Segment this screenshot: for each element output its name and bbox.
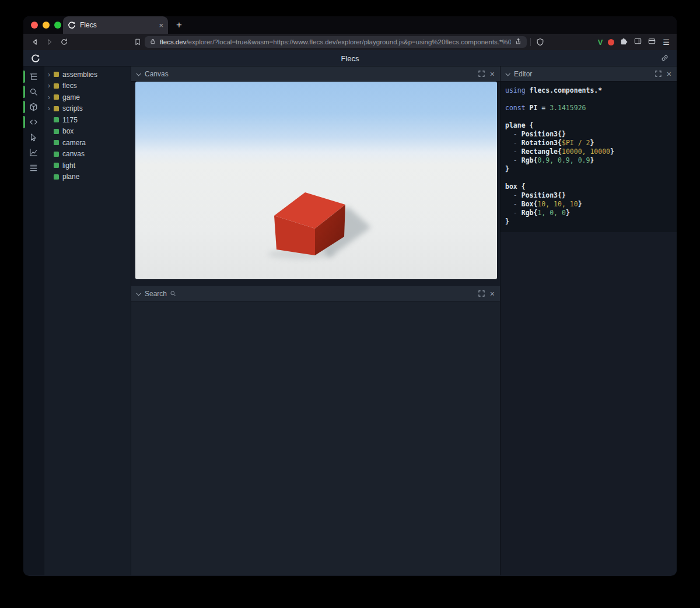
url-path: /explorer/?local=true&wasm=https://www.f… <box>186 38 511 45</box>
close-window-button[interactable] <box>31 22 38 29</box>
tree-item-canvas[interactable]: canvas <box>44 149 131 160</box>
expand-chevron-icon[interactable]: › <box>48 105 54 112</box>
menu-button[interactable]: ☰ <box>663 38 670 47</box>
entity-square-icon <box>54 174 59 180</box>
tree-item-camera[interactable]: camera <box>44 137 131 149</box>
module-square-icon <box>54 72 59 77</box>
code-line: plane { <box>505 121 677 130</box>
browser-toolbar: flecs.dev/explorer/?local=true&wasm=http… <box>23 34 677 50</box>
zoom-window-button[interactable] <box>54 22 61 29</box>
wallet-card-icon[interactable] <box>648 37 656 48</box>
v-extension-icon[interactable]: V <box>598 38 603 47</box>
share-link-icon[interactable] <box>660 54 669 65</box>
code-editor[interactable]: using flecs.components.* const PI = 3.14… <box>501 82 677 232</box>
close-panel-icon[interactable]: × <box>667 70 671 78</box>
tree-item-plane[interactable]: plane <box>44 171 131 183</box>
tree-item-assemblies[interactable]: ›assemblies <box>44 69 131 80</box>
canvas-3d-viewport[interactable] <box>135 82 497 279</box>
sidebar-queries-icon[interactable] <box>23 163 44 173</box>
code-line <box>505 95 677 104</box>
tree-item-label: 1175 <box>62 116 78 124</box>
tree-item-label: plane <box>62 173 79 181</box>
lock-icon <box>149 37 156 47</box>
code-line: box { <box>505 182 677 191</box>
entity-square-icon <box>54 140 59 145</box>
entity-square-icon <box>54 129 59 134</box>
page-title: Flecs <box>341 54 359 63</box>
search-results-area[interactable] <box>131 301 500 575</box>
code-line: const PI = 3.1415926 <box>505 104 677 113</box>
tree-item-label: game <box>62 93 80 101</box>
sidebar-code-icon[interactable] <box>23 117 44 127</box>
code-line: - Position3{} <box>505 130 677 139</box>
back-button[interactable] <box>30 37 40 47</box>
entity-square-icon <box>54 163 59 168</box>
main-content: ›assemblies›flecs›game›scripts1175boxcam… <box>23 66 677 575</box>
tree-item-label: light <box>62 161 75 170</box>
tree-item-1175[interactable]: 1175 <box>44 114 131 126</box>
url-bar[interactable]: flecs.dev/explorer/?local=true&wasm=http… <box>145 36 527 48</box>
browser-tab[interactable]: Flecs × <box>63 16 168 34</box>
tree-item-label: scripts <box>62 104 83 113</box>
desktop-background: Flecs × + flecs.dev/explore <box>0 0 700 608</box>
editor-column: Editor × using flecs.components.* const … <box>501 66 677 575</box>
sidebar-search-icon[interactable] <box>23 87 44 97</box>
tree-item-scripts[interactable]: ›scripts <box>44 103 131 115</box>
close-panel-icon[interactable]: × <box>490 290 495 298</box>
flecs-logo-icon[interactable] <box>31 54 40 65</box>
expand-chevron-icon[interactable]: › <box>48 82 54 89</box>
entity-tree-panel: ›assemblies›flecs›game›scripts1175boxcam… <box>44 66 131 575</box>
close-panel-icon[interactable]: × <box>490 70 495 78</box>
tab-close-icon[interactable]: × <box>159 21 163 30</box>
url-text[interactable]: flecs.dev/explorer/?local=true&wasm=http… <box>160 38 511 45</box>
search-icon <box>170 289 176 299</box>
entity-square-icon <box>54 117 59 122</box>
tree-item-light[interactable]: light <box>44 160 131 171</box>
expand-chevron-icon[interactable]: › <box>48 71 54 78</box>
code-line: - Position3{} <box>505 191 677 200</box>
forward-button[interactable] <box>45 37 54 47</box>
sidebar-stats-icon[interactable] <box>23 147 44 157</box>
extensions-puzzle-icon[interactable] <box>620 37 628 48</box>
tree-item-label: box <box>62 127 74 135</box>
tab-title: Flecs <box>80 21 155 29</box>
sidebar-inspect-icon[interactable] <box>23 132 44 142</box>
tree-item-game[interactable]: ›game <box>44 92 131 103</box>
editor-panel-title: Editor <box>514 70 532 78</box>
expand-chevron-icon[interactable]: › <box>48 94 54 101</box>
tree-item-label: canvas <box>62 150 85 158</box>
center-column: Canvas × <box>131 66 501 575</box>
search-panel-title: Search <box>145 290 167 298</box>
collapse-chevron-icon[interactable] <box>505 71 510 76</box>
minimize-window-button[interactable] <box>43 22 50 29</box>
extension-icons: V <box>598 37 657 48</box>
sidebar-entities-icon[interactable] <box>23 102 44 112</box>
red-box-render <box>135 82 497 279</box>
tree-item-box[interactable]: box <box>44 126 131 138</box>
fullscreen-icon[interactable] <box>478 290 485 297</box>
reload-button[interactable] <box>60 37 69 47</box>
toolbar-divider <box>530 38 531 46</box>
code-line: - Box{10, 10, 10} <box>505 200 677 209</box>
tree-item-label: camera <box>62 139 86 147</box>
sidebar-entity-tree-icon[interactable] <box>23 72 44 82</box>
record-extension-icon[interactable] <box>608 39 614 45</box>
entity-square-icon <box>54 152 59 157</box>
share-icon[interactable] <box>514 37 522 47</box>
code-line: } <box>505 217 677 226</box>
url-host: flecs.dev <box>160 38 186 45</box>
new-tab-button[interactable]: + <box>176 19 182 31</box>
module-square-icon <box>54 106 59 111</box>
fullscreen-icon[interactable] <box>655 71 662 77</box>
sidebar-toggle-icon[interactable] <box>634 37 642 48</box>
bookmark-icon[interactable] <box>133 37 142 47</box>
code-line: - Rectangle{10000, 10000} <box>505 147 677 156</box>
app-header: Flecs <box>23 50 677 66</box>
code-line: } <box>505 165 677 174</box>
shield-icon[interactable] <box>536 37 545 47</box>
tree-item-flecs[interactable]: ›flecs <box>44 80 131 92</box>
collapse-chevron-icon[interactable] <box>136 291 141 296</box>
fullscreen-icon[interactable] <box>478 71 485 77</box>
collapse-chevron-icon[interactable] <box>136 71 141 76</box>
code-line: - Rgb{1, 0, 0} <box>505 209 677 217</box>
